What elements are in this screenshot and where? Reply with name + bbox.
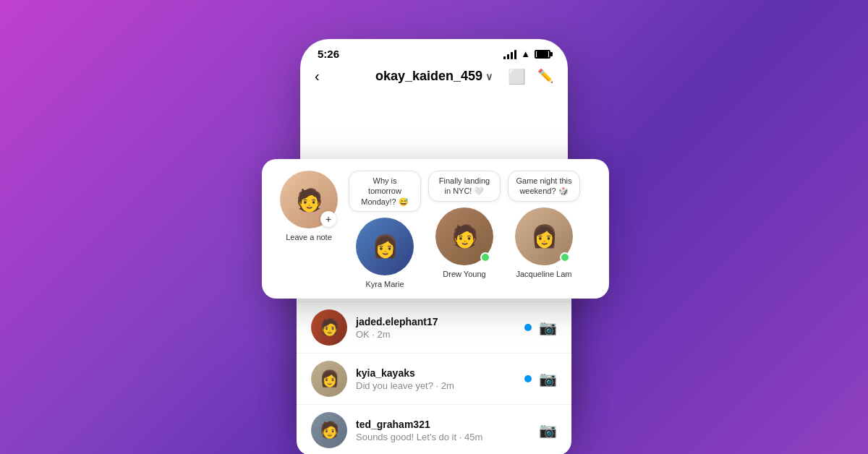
message-content-3: ted_graham321 Sounds good! Let's do it ·… (356, 419, 530, 442)
drew-story-name: Drew Young (443, 270, 485, 278)
wifi-icon: ▲ (521, 48, 530, 59)
message-username-2: kyia_kayaks (356, 367, 516, 379)
status-bar: 5:26 ▲ (300, 39, 568, 63)
kyra-note-bubble: Why is tomorrow Monday!? 😅 (349, 171, 421, 212)
drew-avatar-wrap: 🧑 (435, 207, 493, 265)
message-avatar-3: 🧑 (311, 412, 347, 448)
battery-icon (535, 50, 550, 59)
unread-indicator-2 (524, 375, 532, 382)
compose-icon[interactable]: ✏️ (537, 68, 553, 85)
message-right-2: 📷 (524, 370, 557, 387)
drew-note-bubble: Finally landing in NYC! 🤍 (428, 171, 501, 202)
jacqueline-online-indicator (560, 252, 570, 262)
stories-card: 🧑 + Leave a note Why is tomorrow Monday!… (262, 159, 609, 299)
message-right-3: 📷 (539, 421, 557, 439)
video-call-icon[interactable]: ⬜ (508, 68, 526, 85)
kyra-story-name: Kyra Marie (365, 280, 404, 288)
message-preview-3: Sounds good! Let's do it · 45m (356, 432, 530, 442)
add-note-button[interactable]: + (320, 211, 336, 227)
story-item-kyra[interactable]: Why is tomorrow Monday!? 😅 👩 Kyra Marie (349, 171, 421, 288)
jacqueline-story-name: Jacqueline Lam (516, 270, 571, 278)
header-action-icons: ⬜ ✏️ (508, 68, 553, 85)
jacqueline-note-bubble: Game night this weekend? 🎲 (508, 171, 580, 202)
stories-row: 🧑 + Leave a note Why is tomorrow Monday!… (276, 171, 595, 288)
message-item-1[interactable]: 🧑 jaded.elephant17 OK · 2m 📷 (297, 301, 571, 353)
story-item-self[interactable]: 🧑 + Leave a note (276, 171, 341, 241)
message-preview-2: Did you leave yet? · 2m (356, 380, 516, 391)
signal-bars-icon (503, 49, 516, 59)
message-item-3[interactable]: 🧑 ted_graham321 Sounds good! Let's do it… (297, 404, 571, 454)
camera-icon-3[interactable]: 📷 (539, 421, 557, 439)
self-avatar-wrap: 🧑 + (280, 171, 338, 228)
header-username[interactable]: okay_kaiden_459 ∨ (375, 69, 493, 84)
kyra-avatar: 👩 (356, 218, 414, 275)
message-content-2: kyia_kayaks Did you leave yet? · 2m (356, 367, 516, 391)
kyra-avatar-wrap: 👩 (356, 218, 414, 275)
jacqueline-avatar-wrap: 👩 (515, 207, 573, 265)
chat-header: ‹ okay_kaiden_459 ∨ ⬜ ✏️ (300, 63, 568, 90)
camera-icon-1[interactable]: 📷 (539, 319, 557, 336)
message-avatar-2: 👩 (311, 361, 347, 397)
message-avatar-1: 🧑 (311, 309, 347, 346)
chevron-down-icon: ∨ (485, 71, 493, 82)
message-preview-1: OK · 2m (356, 329, 516, 340)
message-right-1: 📷 (524, 319, 557, 336)
back-button[interactable]: ‹ (315, 68, 320, 85)
message-username-1: jaded.elephant17 (356, 316, 516, 327)
message-content-1: jaded.elephant17 OK · 2m (356, 316, 516, 340)
time-display: 5:26 (318, 48, 339, 60)
message-username-3: ted_graham321 (356, 419, 530, 430)
message-item-2[interactable]: 👩 kyia_kayaks Did you leave yet? · 2m 📷 (297, 353, 571, 404)
camera-icon-2[interactable]: 📷 (539, 370, 557, 387)
story-item-drew[interactable]: Finally landing in NYC! 🤍 🧑 Drew Young (428, 171, 501, 278)
story-item-jacqueline[interactable]: Game night this weekend? 🎲 👩 Jacqueline … (508, 171, 580, 278)
drew-online-indicator (480, 252, 490, 262)
unread-indicator-1 (524, 324, 532, 331)
status-icons: ▲ (503, 48, 550, 59)
messages-card: Messages Requests 🧑 jaded.elephant17 OK … (297, 271, 571, 454)
self-story-name: Leave a note (286, 233, 332, 241)
